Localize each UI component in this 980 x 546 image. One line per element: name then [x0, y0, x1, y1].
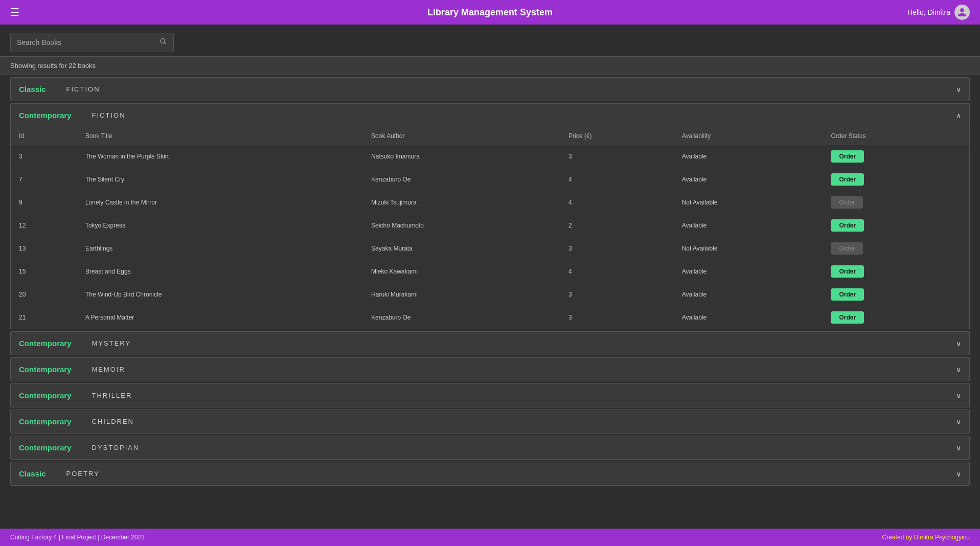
search-input[interactable] — [17, 38, 159, 47]
category-classic-poetry[interactable]: Classic Poetry ∨ — [10, 462, 970, 486]
cell-order: Order — [823, 306, 969, 329]
cell-id: 15 — [11, 260, 77, 283]
table-row: 3The Woman in the Purple SkirtNatsuko Im… — [11, 145, 969, 168]
era-label: Contemporary — [19, 391, 72, 400]
genre-label: Dystopian — [92, 444, 140, 451]
cell-order: Order — [823, 214, 969, 237]
cell-availability: Available — [674, 168, 823, 191]
cell-author: Mizuki Tsujimura — [363, 191, 560, 214]
cell-order: Order — [823, 260, 969, 283]
table-row: 9Lonely Castle in the MirrorMizuki Tsuji… — [11, 191, 969, 214]
genre-label: Fiction — [66, 85, 100, 93]
cell-author: Sayaka Murata — [363, 237, 560, 260]
cell-id: 7 — [11, 168, 77, 191]
cell-id: 20 — [11, 283, 77, 306]
category-contemporary-memoir[interactable]: Contemporary Memoir ∨ — [10, 357, 970, 381]
era-label: Contemporary — [19, 443, 72, 452]
cell-id: 21 — [11, 306, 77, 329]
order-button[interactable]: Order — [831, 219, 864, 232]
cell-author: Seicho Machumoto — [363, 214, 560, 237]
col-order-status: Order Status — [823, 127, 969, 145]
category-row-left: Contemporary Dystopian — [19, 443, 139, 452]
cell-availability: Available — [674, 283, 823, 306]
user-info: Hello, Dimitra — [907, 5, 970, 20]
table-row: 15Breast and EggsMieko Kawakami4Availabl… — [11, 260, 969, 283]
chevron-icon: ∨ — [956, 85, 961, 94]
col-price: Price (€) — [560, 127, 674, 145]
order-button[interactable]: Order — [831, 173, 864, 186]
era-label: Classic — [19, 469, 46, 478]
genre-label: Memoir — [92, 366, 125, 373]
category-row-left: Contemporary Fiction — [19, 111, 126, 120]
cell-availability: Available — [674, 260, 823, 283]
order-button-disabled: Order — [831, 242, 863, 255]
footer-left: Coding Factory 4 | Final Project | Decem… — [10, 534, 145, 541]
cell-author: Kenzaburo Oe — [363, 168, 560, 191]
table-row: 20The Wind-Up Bird ChronicleHaruki Murak… — [11, 283, 969, 306]
era-label: Contemporary — [19, 111, 72, 120]
cell-availability: Available — [674, 145, 823, 168]
cell-title: The Silent Cry — [77, 168, 363, 191]
cell-price: 4 — [560, 191, 674, 214]
cell-price: 3 — [560, 237, 674, 260]
order-button-disabled: Order — [831, 196, 863, 209]
era-label: Classic — [19, 85, 46, 94]
col-author: Book Author — [363, 127, 560, 145]
era-label: Contemporary — [19, 417, 72, 426]
order-button[interactable]: Order — [831, 265, 864, 278]
table-row: 13EarthlingsSayaka Murata3Not AvailableO… — [11, 237, 969, 260]
main-content: Classic Fiction ∨ Contemporary Fiction ∧… — [0, 75, 980, 529]
cell-author: Kenzaburo Oe — [363, 306, 560, 329]
cell-title: The Woman in the Purple Skirt — [77, 145, 363, 168]
category-contemporary-fiction[interactable]: Contemporary Fiction ∧ — [10, 103, 970, 127]
category-row-left: Contemporary Children — [19, 417, 134, 426]
cell-availability: Available — [674, 306, 823, 329]
cell-author: Natsuko Imamura — [363, 145, 560, 168]
search-icon[interactable] — [159, 37, 167, 48]
cell-order: Order — [823, 168, 969, 191]
greeting-text: Hello, Dimitra — [907, 8, 950, 16]
cell-id: 9 — [11, 191, 77, 214]
category-classic-fiction[interactable]: Classic Fiction ∨ — [10, 77, 970, 101]
cell-title: Lonely Castle in the Mirror — [77, 191, 363, 214]
category-contemporary-dystopian[interactable]: Contemporary Dystopian ∨ — [10, 436, 970, 460]
genre-label: Thriller — [92, 392, 132, 399]
category-row-left: Classic Fiction — [19, 85, 100, 94]
cell-title: A Personal Matter — [77, 306, 363, 329]
cell-price: 3 — [560, 306, 674, 329]
cell-order: Order — [823, 237, 969, 260]
category-contemporary-mystery[interactable]: Contemporary Mystery ∨ — [10, 331, 970, 355]
category-contemporary-thriller[interactable]: Contemporary Thriller ∨ — [10, 383, 970, 407]
results-text: Showing results for 22 books — [10, 62, 96, 70]
col-availability: Availability — [674, 127, 823, 145]
avatar — [954, 5, 970, 20]
genre-label: Children — [92, 418, 134, 425]
genre-label: Fiction — [92, 111, 126, 119]
footer: Coding Factory 4 | Final Project | Decem… — [0, 529, 980, 546]
chevron-icon: ∨ — [956, 392, 961, 400]
cell-order: Order — [823, 191, 969, 214]
order-button[interactable]: Order — [831, 150, 864, 163]
category-row-left: Contemporary Mystery — [19, 339, 131, 348]
cell-availability: Available — [674, 214, 823, 237]
cell-id: 13 — [11, 237, 77, 260]
era-label: Contemporary — [19, 339, 72, 348]
order-button[interactable]: Order — [831, 288, 864, 301]
table-row: 12Tokyo ExpressSeicho Machumoto2Availabl… — [11, 214, 969, 237]
cell-price: 3 — [560, 283, 674, 306]
cell-author: Mieko Kawakami — [363, 260, 560, 283]
order-button[interactable]: Order — [831, 311, 864, 324]
footer-right-prefix: Created by — [882, 534, 914, 541]
header: ☰ Library Management System Hello, Dimit… — [0, 0, 980, 25]
chevron-icon: ∨ — [956, 470, 961, 478]
cell-id: 12 — [11, 214, 77, 237]
search-box — [10, 33, 174, 52]
results-bar: Showing results for 22 books — [0, 56, 980, 75]
contemporary-fiction-expanded: Id Book Title Book Author Price (€) Avai… — [10, 127, 970, 329]
category-contemporary-children[interactable]: Contemporary Children ∨ — [10, 410, 970, 434]
cell-price: 2 — [560, 214, 674, 237]
cell-availability: Not Available — [674, 237, 823, 260]
search-area — [0, 25, 980, 56]
chevron-icon: ∨ — [956, 418, 961, 426]
menu-icon[interactable]: ☰ — [10, 6, 19, 18]
